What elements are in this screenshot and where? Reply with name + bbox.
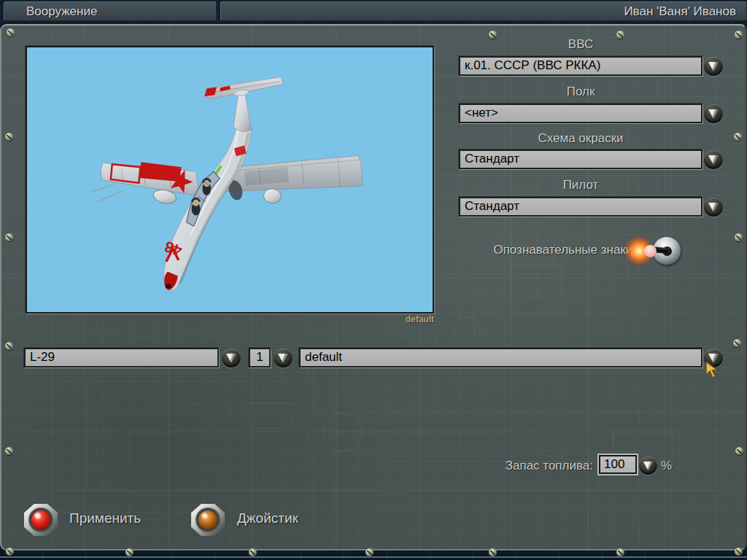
amber-button-icon (198, 510, 217, 529)
fuel-label: Запас топлива: (452, 459, 593, 473)
toggle-knob-icon (644, 245, 657, 257)
fuel-dropdown-button[interactable] (639, 456, 657, 475)
screw-icon (365, 548, 374, 556)
screw-icon (7, 28, 15, 36)
regiment-dropdown[interactable]: <нет> (459, 104, 703, 123)
fuel-unit: % (661, 459, 672, 473)
mouse-cursor-icon (705, 361, 720, 380)
screw-icon (616, 548, 624, 556)
screw-icon (735, 447, 743, 455)
preview-skin-caption: default (26, 314, 434, 324)
armament-screen: Вооружение Иван 'Ваня' Иванов (0, 0, 747, 560)
joystick-button-label: Джойстик (237, 510, 298, 526)
bottom-divider (0, 556, 747, 558)
screw-icon (735, 548, 743, 556)
count-dropdown-button[interactable] (274, 349, 293, 368)
chevron-down-icon (278, 354, 288, 363)
air-force-label: ВВС (459, 37, 703, 52)
aircraft-preview-image: 48 (27, 47, 433, 312)
player-name-tab: Иван 'Ваня' Иванов (220, 1, 747, 21)
apply-button-label: Применить (69, 510, 141, 526)
pilot-dropdown-button[interactable] (704, 198, 723, 217)
joystick-button[interactable] (191, 504, 225, 536)
screw-icon (734, 133, 742, 141)
aircraft-preview-viewport[interactable]: 48 (26, 46, 434, 314)
screen-title: Вооружение (26, 4, 97, 18)
screw-icon (5, 447, 13, 455)
screw-icon (125, 548, 133, 556)
screw-icon (735, 31, 743, 39)
fuel-value-field[interactable]: 100 (599, 455, 637, 474)
red-button-icon (31, 510, 50, 529)
chevron-down-icon (708, 155, 719, 165)
player-name: Иван 'Ваня' Иванов (624, 4, 736, 18)
screw-icon (249, 548, 257, 556)
aircraft-dropdown[interactable]: L-29 (24, 348, 219, 368)
paint-scheme-dropdown[interactable]: Стандарт (459, 149, 703, 169)
count-dropdown[interactable]: 1 (249, 348, 271, 368)
screw-icon (5, 342, 13, 350)
regiment-dropdown-button[interactable] (704, 104, 723, 123)
loadout-dropdown[interactable]: default (299, 348, 703, 368)
screen-title-tab: Вооружение (4, 1, 217, 21)
screw-icon (5, 233, 13, 241)
screw-icon (735, 233, 743, 241)
screw-icon (733, 339, 741, 347)
chevron-down-icon (708, 203, 719, 212)
screw-icon (489, 548, 497, 556)
aircraft-dropdown-button[interactable] (222, 349, 241, 368)
paint-scheme-label: Схема окраски (459, 131, 703, 146)
screw-icon (6, 548, 14, 556)
apply-button[interactable] (24, 504, 58, 536)
markings-toggle-switch[interactable] (622, 233, 684, 268)
regiment-label: Полк (459, 85, 703, 99)
air-force-dropdown-button[interactable] (704, 57, 723, 76)
chevron-down-icon (708, 62, 719, 71)
chevron-down-icon (226, 354, 236, 363)
chevron-down-icon (643, 462, 654, 471)
chevron-down-icon (708, 109, 719, 119)
air-force-dropdown[interactable]: к.01. СССР (ВВС РККА) (459, 56, 703, 76)
pilot-dropdown[interactable]: Стандарт (459, 197, 703, 217)
markings-label: Опознавательные знаки: (438, 243, 636, 257)
pilot-label: Пилот (459, 178, 703, 192)
paint-scheme-dropdown-button[interactable] (704, 150, 723, 169)
screw-icon (5, 133, 13, 141)
